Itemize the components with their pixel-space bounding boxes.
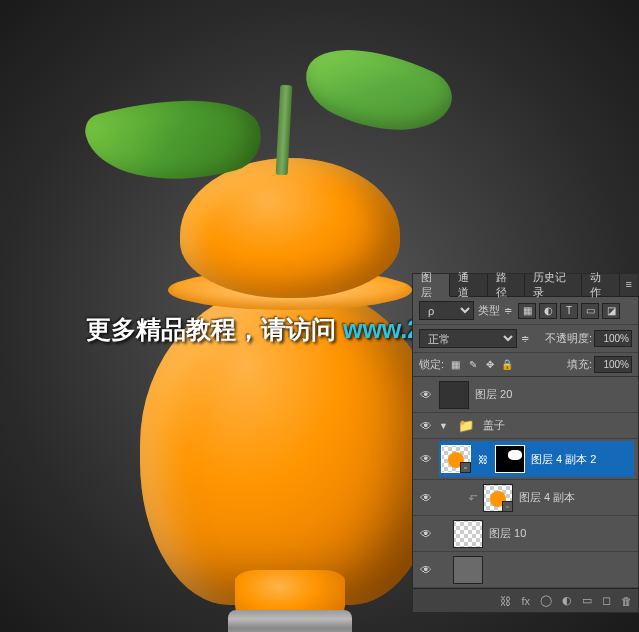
- layer-name[interactable]: 图层 20: [475, 387, 512, 402]
- filter-label: 类型: [478, 303, 500, 318]
- layer-name[interactable]: 图层 4 副本: [519, 490, 575, 505]
- filter-type-dropdown[interactable]: ρ: [419, 301, 474, 320]
- tab-layers[interactable]: 图层: [413, 274, 450, 297]
- panel-tabs: 图层 通道 路径 历史记录 动作 ≡: [413, 274, 638, 297]
- lock-move-icon[interactable]: ✥: [482, 358, 497, 372]
- fx-icon[interactable]: fx: [521, 595, 530, 607]
- adjustment-icon[interactable]: ◐: [562, 594, 572, 607]
- new-layer-icon[interactable]: ◻: [602, 594, 611, 607]
- fill-input[interactable]: [594, 356, 632, 373]
- layer-thumb[interactable]: ▫: [483, 484, 513, 512]
- layer-thumb[interactable]: [453, 520, 483, 548]
- layer-group-row[interactable]: 👁 ▼ 📁 盖子: [413, 413, 638, 439]
- clip-mask-icon: ↳: [466, 493, 479, 503]
- leaf-right: [295, 23, 460, 157]
- filter-pixel-icon[interactable]: ▦: [518, 303, 536, 319]
- mask-thumb[interactable]: [495, 445, 525, 473]
- lock-row: 锁定: ▦ ✎ ✥ 🔒 填充:: [413, 353, 638, 377]
- opacity-input[interactable]: [594, 330, 632, 347]
- panel-menu-icon[interactable]: ≡: [620, 274, 638, 296]
- layers-list: 👁 图层 20 👁 ▼ 📁 盖子 👁 ▫ ⛓ 图层 4 副本 2: [413, 377, 638, 588]
- layer-thumb[interactable]: [439, 381, 469, 409]
- visibility-toggle[interactable]: 👁: [413, 388, 439, 402]
- layers-panel: 图层 通道 路径 历史记录 动作 ≡ ρ 类型 ≑ ▦ ◐ T ▭ ◪ 正常 ≑…: [412, 273, 639, 613]
- blend-mode-dropdown[interactable]: 正常: [419, 329, 517, 348]
- tab-history[interactable]: 历史记录: [525, 274, 583, 296]
- layer-row[interactable]: 👁 图层 20: [413, 377, 638, 413]
- lock-trans-icon[interactable]: ▦: [448, 358, 463, 372]
- opacity-label: 不透明度:: [545, 331, 592, 346]
- smart-object-badge: ▫: [502, 501, 513, 512]
- visibility-toggle[interactable]: 👁: [413, 452, 439, 466]
- visibility-toggle[interactable]: 👁: [413, 491, 439, 505]
- bulb-metal-base: [228, 610, 352, 632]
- expand-arrow-icon[interactable]: ▼: [439, 421, 449, 431]
- trash-icon[interactable]: 🗑: [621, 595, 632, 607]
- link-icon[interactable]: ⛓: [477, 454, 489, 465]
- tab-actions[interactable]: 动作: [582, 274, 619, 296]
- layer-row[interactable]: 👁: [413, 552, 638, 588]
- group-name[interactable]: 盖子: [483, 418, 505, 433]
- filter-smart-icon[interactable]: ◪: [602, 303, 620, 319]
- filter-type-icon[interactable]: T: [560, 303, 578, 319]
- lock-label: 锁定:: [419, 357, 444, 372]
- layer-name[interactable]: 图层 10: [489, 526, 526, 541]
- group-icon[interactable]: ▭: [582, 594, 592, 607]
- link-layers-icon[interactable]: ⛓: [500, 595, 511, 607]
- filter-icons: ▦ ◐ T ▭ ◪: [518, 303, 620, 319]
- visibility-toggle[interactable]: 👁: [413, 419, 439, 433]
- smart-object-badge: ▫: [460, 462, 471, 473]
- filter-row: ρ 类型 ≑ ▦ ◐ T ▭ ◪: [413, 297, 638, 325]
- folder-icon: 📁: [455, 417, 477, 435]
- tab-paths[interactable]: 路径: [488, 274, 525, 296]
- layer-row[interactable]: 👁 ↳ ▫ 图层 4 副本: [413, 480, 638, 516]
- orange-cap: [180, 158, 400, 298]
- mask-icon[interactable]: ◯: [540, 594, 552, 607]
- visibility-toggle[interactable]: 👁: [413, 527, 439, 541]
- filter-shape-icon[interactable]: ▭: [581, 303, 599, 319]
- watermark-cn: 更多精品教程，请访问: [86, 315, 343, 343]
- visibility-toggle[interactable]: 👁: [413, 563, 439, 577]
- layer-thumb[interactable]: ▫: [441, 445, 471, 473]
- blend-row: 正常 ≑ 不透明度:: [413, 325, 638, 353]
- layer-row[interactable]: 👁 ▫ ⛓ 图层 4 副本 2: [413, 439, 638, 480]
- filter-adjust-icon[interactable]: ◐: [539, 303, 557, 319]
- fill-label: 填充:: [567, 357, 592, 372]
- tab-channels[interactable]: 通道: [450, 274, 487, 296]
- layer-name[interactable]: 图层 4 副本 2: [531, 452, 596, 467]
- layer-thumb[interactable]: [453, 556, 483, 584]
- lock-all-icon[interactable]: 🔒: [499, 358, 514, 372]
- layer-row[interactable]: 👁 图层 10: [413, 516, 638, 552]
- panel-footer: ⛓ fx ◯ ◐ ▭ ◻ 🗑: [413, 588, 638, 612]
- lock-paint-icon[interactable]: ✎: [465, 358, 480, 372]
